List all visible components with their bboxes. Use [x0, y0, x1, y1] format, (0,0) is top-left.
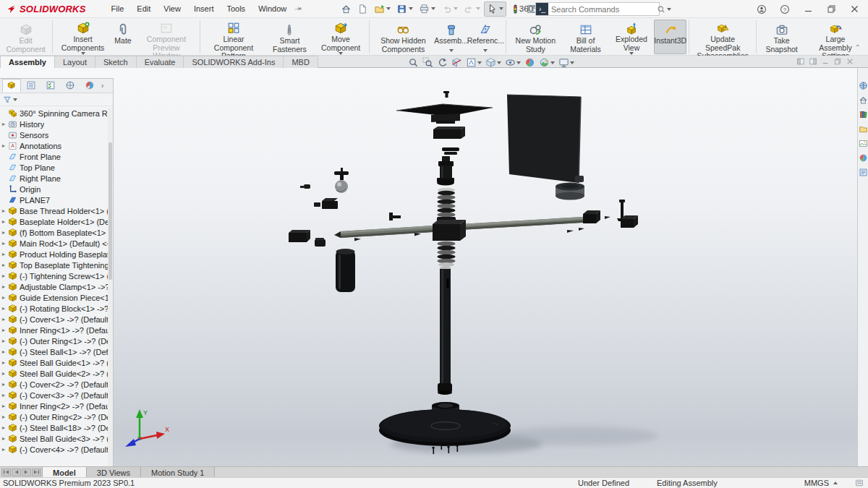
tree-item-annotations[interactable]: ▸AAnnotations — [0, 140, 108, 151]
expand-arrow-icon[interactable]: ▸ — [0, 273, 7, 279]
expand-arrow-icon[interactable]: ▸ — [0, 142, 7, 149]
units-caret[interactable] — [833, 481, 838, 484]
panel-tab-displaymanager[interactable] — [80, 79, 99, 93]
doc-restore-icon[interactable] — [834, 58, 841, 65]
assemb-dropdown-caret[interactable] — [449, 49, 454, 52]
search-input[interactable] — [548, 5, 657, 14]
close-button[interactable] — [845, 1, 864, 17]
select-dropdown-caret[interactable] — [499, 7, 503, 10]
tree-item-plane7[interactable]: PLANE7 — [0, 194, 108, 205]
filter-caret[interactable] — [13, 98, 17, 101]
pane-left-icon[interactable] — [797, 58, 804, 65]
new-document-button[interactable] — [355, 2, 370, 16]
tab-layout[interactable]: Layout — [54, 56, 95, 68]
panel-tab-propertymanager[interactable] — [22, 79, 41, 93]
grip-handle-part[interactable] — [336, 249, 355, 292]
menu-window[interactable]: Window — [252, 1, 293, 16]
main-rod-part[interactable] — [438, 266, 452, 395]
insert-components-button[interactable]: Insert Components — [55, 20, 111, 54]
redo-dropdown-caret[interactable] — [476, 7, 480, 10]
pane-right-icon[interactable] — [809, 58, 817, 65]
search-commands-box[interactable]: ›_ — [535, 2, 660, 16]
tree-item-outer-ring-1-d[interactable]: ▸(-) Outer Ring<1> ->? (Def — [0, 335, 108, 346]
center-block-part[interactable] — [433, 220, 466, 241]
steel-ball-part[interactable] — [335, 180, 348, 193]
view-settings-dropdown-caret[interactable] — [570, 61, 574, 64]
taskpane-globe-button[interactable] — [859, 81, 868, 90]
expand-arrow-icon[interactable]: ▸ — [0, 207, 7, 214]
tab-nav-first[interactable] — [1, 468, 11, 476]
bottom-tab-3d-views[interactable]: 3D Views — [86, 467, 141, 477]
menu-tools[interactable]: Tools — [220, 1, 252, 16]
tab-nav-next[interactable] — [22, 468, 31, 476]
monitor-puck-part[interactable] — [556, 183, 584, 200]
tree-item-front-plane[interactable]: Front Plane — [0, 151, 108, 162]
panel-tab-configurationmanager[interactable] — [41, 79, 60, 93]
tree-item-history[interactable]: ▸History — [0, 119, 108, 129]
menu-insert[interactable]: Insert — [187, 1, 221, 16]
bill-of-materials-button[interactable]: Bill of Materials — [563, 20, 609, 54]
tree-item-steel-ball-guide-2[interactable]: ▸Steel Ball Guide<2> ->? (D — [0, 368, 108, 379]
display-style-button[interactable] — [485, 57, 502, 68]
tree-item-adjustable-clamp-1[interactable]: ▸Adjustable Clamp<1> ->? — [0, 281, 108, 292]
expand-arrow-icon[interactable]: ▸ — [0, 283, 7, 290]
expand-arrow-icon[interactable]: ▸ — [0, 348, 7, 355]
expand-arrow-icon[interactable]: ▸ — [0, 229, 7, 236]
status-tag-icon[interactable] — [855, 479, 864, 487]
tree-item-cover-4-defaul[interactable]: ▸(-) Cover<4> ->? (Default) — [0, 444, 108, 455]
take-snapshot-button[interactable]: Take Snapshot — [759, 20, 804, 54]
top-plate-part[interactable] — [396, 104, 493, 124]
expand-arrow-icon[interactable]: ▸ — [0, 359, 7, 366]
expand-arrow-icon[interactable]: ▸ — [0, 338, 7, 344]
tree-item-guide-extension-piece-1[interactable]: ▸Guide Extension Piece<1> — [0, 292, 108, 303]
status-units[interactable]: MMGS — [804, 479, 829, 487]
previous-view-button[interactable] — [436, 57, 448, 68]
tree-item-f-bottom-baseplate-1[interactable]: ▸(f) Bottom Baseplate<1> ( — [0, 227, 108, 238]
pin-icon[interactable]: 📌︎ — [293, 3, 305, 14]
tree-item-cover-1-defaul[interactable]: ▸(-) Cover<1> ->? (Default) — [0, 314, 108, 325]
save-dropdown-caret[interactable] — [409, 7, 413, 10]
zoom-area-button[interactable] — [422, 57, 434, 68]
riser-rings-part[interactable] — [442, 147, 459, 155]
rail-end-block-part[interactable] — [583, 210, 600, 223]
menu-view[interactable]: View — [157, 1, 187, 16]
doc-close-icon[interactable] — [846, 58, 854, 65]
expand-arrow-icon[interactable]: ▸ — [0, 424, 7, 431]
taskpane-library-button[interactable] — [859, 110, 868, 119]
open-button[interactable] — [372, 2, 393, 16]
display-style-dropdown-caret[interactable] — [497, 61, 501, 64]
tree-item-top-baseplate-tightening[interactable]: ▸Top Baseplate Tightening S — [0, 260, 108, 270]
expand-arrow-icon[interactable]: ▸ — [0, 305, 7, 312]
tree-item-steel-ball-18[interactable]: ▸(-) Steel Ball<18> ->? (Def — [0, 422, 108, 433]
tree-item-top-plane[interactable]: Top Plane — [0, 162, 108, 173]
upper-spring-stack-part[interactable] — [437, 188, 456, 222]
assemb-button[interactable]: Assemb... — [434, 20, 467, 54]
expand-arrow-icon[interactable]: ▸ — [0, 435, 7, 442]
expand-arrow-icon[interactable]: ▸ — [0, 370, 7, 377]
expand-arrow-icon[interactable]: ▸ — [0, 414, 7, 420]
expand-arrow-icon[interactable]: ▸ — [0, 262, 7, 268]
panel-tabs-overflow-chevron[interactable]: › — [101, 82, 103, 90]
expand-arrow-icon[interactable]: ▸ — [0, 294, 7, 301]
expand-arrow-icon[interactable]: ▸ — [0, 392, 7, 398]
tree-scrollbar-thumb[interactable] — [109, 142, 112, 280]
taskpane-view-palette-button[interactable] — [859, 139, 868, 148]
taskpane-properties-button[interactable] — [859, 168, 868, 177]
hide-show-items-dropdown-caret[interactable] — [516, 61, 521, 64]
tree-item-base-thread-holder-1-d[interactable]: ▸Base Thread Holder<1> (D — [0, 205, 108, 216]
tab-evaluate[interactable]: Evaluate — [136, 56, 184, 68]
referenc-dropdown-caret[interactable] — [483, 49, 488, 52]
left-block-part[interactable] — [315, 238, 326, 247]
expand-arrow-icon[interactable]: ▸ — [0, 240, 7, 247]
view-settings-button[interactable] — [558, 57, 575, 68]
instant3d-button[interactable]: Instant3D — [654, 20, 686, 54]
expand-arrow-icon[interactable]: ▸ — [0, 251, 7, 257]
undo-button[interactable] — [439, 2, 460, 16]
move-component-button[interactable]: Move Component — [315, 20, 367, 54]
menu-edit[interactable]: Edit — [130, 1, 157, 16]
small-pin-part[interactable] — [300, 184, 310, 189]
tree-item-tightening-screw-1[interactable]: ▸(-) Tightening Screw<1> (D — [0, 270, 108, 281]
exploded-view-button[interactable]: Exploded View — [609, 20, 655, 54]
undo-dropdown-caret[interactable] — [454, 7, 458, 10]
insert-components-dropdown-caret[interactable] — [81, 52, 85, 55]
